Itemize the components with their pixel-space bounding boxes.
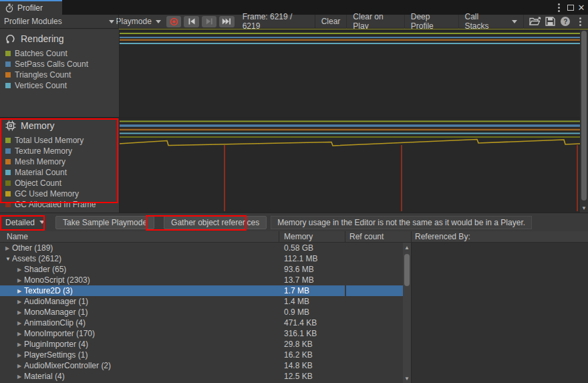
scroll-down-icon[interactable]: ▼ — [580, 204, 588, 212]
chevron-down-icon — [512, 20, 517, 23]
table-row[interactable]: ▶Material (4)12.5 KB — [0, 371, 403, 382]
stopwatch-icon — [5, 3, 14, 13]
gather-object-references-button[interactable]: Gather object references — [164, 216, 267, 229]
counter-label: Object Count — [15, 178, 61, 188]
counter-item[interactable]: GC Used Memory — [0, 188, 119, 199]
rendering-module-header[interactable]: Rendering — [5, 33, 64, 44]
take-sample-button[interactable]: Take Sample Playmode — [55, 216, 154, 229]
object-tree: ▶Other (189)0.58 GB▼Assets (2612)112.1 M… — [0, 243, 411, 383]
playmode-dropdown[interactable]: Playmode — [112, 15, 165, 29]
tab-profiler[interactable]: Profiler — [0, 0, 62, 15]
column-referenced-by: Referenced By: — [415, 232, 470, 241]
toolbar-menu-button[interactable] — [573, 15, 588, 29]
foldout-icon[interactable]: ▶ — [17, 342, 24, 348]
sidebar-divider — [119, 29, 120, 213]
foldout-icon[interactable]: ▶ — [17, 277, 24, 283]
maximize-icon[interactable] — [565, 0, 576, 15]
column-name[interactable]: Name — [7, 232, 28, 241]
table-row[interactable]: ▶AudioManager (1)1.4 MB — [0, 296, 403, 307]
row-name: AudioMixerController (2) — [24, 361, 111, 370]
table-row[interactable]: ▶Other (189)0.58 GB — [0, 243, 403, 253]
row-name: MonoManager (1) — [24, 307, 88, 317]
foldout-icon[interactable]: ▶ — [17, 309, 24, 315]
counter-label: Triangles Count — [15, 70, 71, 80]
save-profile-button[interactable] — [543, 15, 558, 29]
help-button[interactable]: ? — [558, 15, 573, 29]
row-memory: 0.9 MB — [284, 307, 309, 317]
table-header: Name Memory Ref count Referenced By: — [0, 231, 588, 243]
scroll-up-icon[interactable]: ▲ — [403, 243, 411, 251]
load-profile-button[interactable] — [528, 15, 543, 29]
foldout-icon[interactable]: ▶ — [17, 352, 24, 358]
table-scrollbar[interactable]: ▲ ▼ — [403, 243, 411, 383]
foldout-icon[interactable]: ▶ — [17, 288, 24, 294]
save-icon — [545, 17, 555, 26]
row-name: MonoScript (2303) — [24, 275, 90, 285]
counter-item[interactable]: Material Count — [0, 167, 119, 178]
close-icon[interactable]: ✕ — [576, 0, 587, 15]
table-row[interactable]: ▼Assets (2612)112.1 MB — [0, 253, 403, 264]
counter-item[interactable]: Object Count — [0, 178, 119, 188]
foldout-icon[interactable]: ▶ — [17, 299, 24, 305]
deep-profile-button[interactable]: Deep Profile — [405, 15, 459, 29]
table-row[interactable]: ▶MonoScript (2303)13.7 MB — [0, 275, 403, 285]
scrollbar-thumb[interactable] — [404, 254, 410, 286]
foldout-icon[interactable]: ▶ — [17, 331, 24, 337]
row-name: AudioManager (1) — [24, 297, 88, 306]
counter-item[interactable]: Texture Memory — [0, 146, 119, 156]
table-row[interactable]: ▶Texture2D (3)1.7 MB — [0, 285, 403, 296]
detailed-label: Detailed — [5, 218, 35, 227]
window-menu-icon[interactable] — [553, 0, 564, 15]
row-memory: 1.7 MB — [284, 286, 309, 295]
foldout-open-icon[interactable]: ▼ — [5, 256, 12, 262]
table-row[interactable]: ▶Shader (65)93.6 MB — [0, 264, 403, 275]
foldout-icon[interactable]: ▶ — [17, 363, 24, 369]
counter-item[interactable]: Vertices Count — [0, 80, 119, 91]
editor-memory-info-text: Memory usage in the Editor is not the sa… — [271, 216, 532, 229]
table-row[interactable]: ▶AudioMixerController (2)14.8 KB — [0, 360, 403, 371]
scrollbar-thumb[interactable] — [581, 31, 587, 201]
table-row[interactable]: ▶AnimationClip (4)471.4 KB — [0, 317, 403, 328]
counter-label: Vertices Count — [15, 81, 67, 90]
row-memory: 93.6 MB — [284, 265, 314, 274]
chart-scrollbar[interactable]: ▼ — [580, 29, 588, 213]
foldout-icon[interactable]: ▶ — [5, 245, 12, 251]
record-button[interactable] — [166, 16, 181, 27]
column-ref-count[interactable]: Ref count — [349, 232, 384, 241]
foldout-icon[interactable]: ▶ — [17, 267, 24, 273]
table-row[interactable]: ▶MonoManager (1)0.9 MB — [0, 307, 403, 317]
call-stacks-dropdown[interactable]: Call Stacks — [459, 15, 525, 29]
next-frame-button[interactable] — [202, 16, 216, 27]
clear-on-play-button[interactable]: Clear on Play — [347, 15, 404, 29]
detail-view-dropdown[interactable]: Detailed — [0, 215, 50, 230]
foldout-icon[interactable]: ▶ — [17, 320, 24, 326]
current-frame-button[interactable] — [219, 16, 234, 27]
clear-button[interactable]: Clear — [315, 15, 347, 29]
counter-label: Material Count — [15, 168, 67, 177]
first-frame-button[interactable] — [184, 16, 198, 27]
counter-item[interactable]: SetPass Calls Count — [0, 59, 119, 70]
counter-item[interactable]: Total Used Memory — [0, 135, 119, 146]
rendering-chart[interactable] — [119, 29, 580, 117]
counter-item[interactable]: Batches Count — [0, 48, 119, 59]
counter-color-swatch — [5, 51, 11, 56]
column-memory[interactable]: Memory — [284, 232, 313, 241]
memory-module-header[interactable]: Memory — [5, 120, 55, 131]
memory-chart[interactable] — [119, 118, 580, 213]
table-row[interactable]: ▶PluginImporter (4)29.8 KB — [0, 339, 403, 350]
counter-item[interactable]: Triangles Count — [0, 70, 119, 80]
row-memory: 1.4 MB — [284, 297, 309, 306]
profiler-modules-dropdown[interactable]: Profiler Modules — [0, 15, 119, 29]
skip-back-icon — [188, 17, 196, 25]
table-row[interactable]: ▶PlayerSettings (1)16.2 KB — [0, 350, 403, 360]
counter-item[interactable]: GC Allocated In Frame — [0, 199, 119, 210]
row-memory: 471.4 KB — [284, 318, 317, 328]
counter-item[interactable]: Mesh Memory — [0, 156, 119, 167]
scroll-down-icon[interactable]: ▼ — [403, 374, 411, 382]
foldout-icon[interactable]: ▶ — [17, 374, 24, 380]
counter-color-swatch — [5, 138, 11, 143]
table-row[interactable]: ▶MonoImporter (170)316.1 KB — [0, 328, 403, 339]
row-memory: 14.8 KB — [284, 361, 313, 370]
counter-label: Batches Count — [15, 49, 67, 58]
modules-sidebar: Rendering Batches CountSetPass Calls Cou… — [0, 29, 119, 213]
